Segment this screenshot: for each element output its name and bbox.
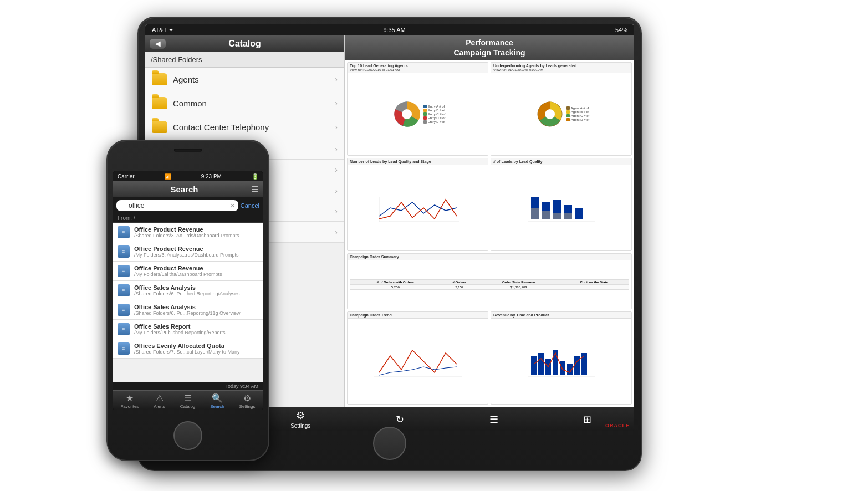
- result-item-1[interactable]: Office Product Revenue /Shared Folders/3…: [113, 223, 263, 242]
- refresh-icon: ↻: [396, 413, 404, 426]
- report-row-1: Top 10 Lead Generating AgentsView run: 0…: [347, 62, 632, 155]
- catalog-item-common[interactable]: Common ›: [145, 91, 344, 115]
- result-item-7[interactable]: Offices Evenly Allocated Quota /Shared F…: [113, 339, 263, 359]
- phone-time: 9:23 PM: [201, 173, 222, 180]
- report-title-line1: Performance: [345, 38, 634, 48]
- folder-icon: [152, 97, 167, 109]
- search-tab-icon: 🔍: [212, 393, 223, 403]
- result-item-4[interactable]: Office Sales Analysis /Shared Folders/6.…: [113, 281, 263, 300]
- phone-battery-icon: 🔋: [252, 173, 258, 180]
- chevron-icon: ›: [335, 75, 338, 84]
- search-clear-icon[interactable]: ✕: [230, 202, 235, 209]
- report-panel-title-line: Number of Leads by Lead Quality and Stag…: [348, 158, 488, 165]
- folder-icon: [152, 121, 167, 133]
- pie-chart-1: [390, 98, 423, 131]
- chevron-icon: ›: [335, 99, 338, 108]
- tab-catalog-label: Catalog: [180, 404, 196, 409]
- catalog-item-agents[interactable]: Agents ›: [145, 68, 344, 91]
- search-input-wrapper: 🔍 ✕: [116, 200, 238, 211]
- result-item-5[interactable]: Office Sales Analysis /Shared Folders/6.…: [113, 300, 263, 320]
- tablet-status-bar: AT&T ✦ 9:35 AM 54%: [145, 24, 634, 35]
- phone-nav-title: Search: [118, 185, 251, 194]
- report-panel-pie1: Top 10 Lead Generating AgentsView run: 0…: [347, 62, 488, 155]
- phone-carrier: Carrier: [118, 173, 135, 180]
- tab-alerts[interactable]: ⚠ Alerts: [154, 393, 165, 409]
- tablet-refresh-button[interactable]: ↻: [396, 413, 404, 426]
- result-title-3: Office Product Revenue: [134, 265, 258, 272]
- catalog-item-contact[interactable]: Contact Center Telephony ›: [145, 115, 344, 139]
- report-panel-title-bar: # of Leads by Lead Quality: [491, 158, 631, 165]
- report-panel-bar: # of Leads by Lead Quality: [491, 158, 632, 251]
- tablet-settings-label: Settings: [290, 423, 310, 429]
- svg-rect-14: [575, 208, 583, 219]
- result-title-5: Office Sales Analysis: [134, 304, 258, 310]
- report-panel-body-trend-bar: [491, 319, 631, 404]
- phone-search-bar: 🔍 ✕ Cancel: [113, 197, 263, 214]
- tablet-time: 9:35 AM: [383, 27, 405, 33]
- result-text-6: Office Sales Report /My Folders/Publishe…: [134, 323, 258, 335]
- phone-status-bar: Carrier 📶 9:23 PM 🔋: [113, 171, 263, 181]
- phone-from-label: From: /: [113, 214, 263, 223]
- result-path-6: /My Folders/Published Reporting/Reports: [134, 330, 258, 335]
- svg-rect-17: [531, 356, 537, 375]
- tablet-settings-button[interactable]: ⚙ Settings: [290, 410, 310, 429]
- tab-search[interactable]: 🔍 Search: [210, 393, 224, 409]
- search-input[interactable]: [116, 200, 238, 211]
- tablet-columns-button[interactable]: ⊞: [583, 413, 591, 426]
- result-path-3: /My Folders/Lalitha/Dashboard Prompts: [134, 272, 258, 277]
- report-panel-body-line: [348, 165, 488, 250]
- phone-tab-bar: ★ Favorites ⚠ Alerts ☰ Catalog 🔍 Search …: [113, 390, 263, 410]
- result-item-6[interactable]: Office Sales Report /My Folders/Publishe…: [113, 320, 263, 339]
- result-title-4: Office Sales Analysis: [134, 284, 258, 291]
- pie-chart-2: [533, 98, 566, 131]
- result-icon-4: [118, 284, 130, 296]
- report-panel-pie2: Underperforming Agents by Leads generate…: [491, 62, 632, 155]
- catalog-item-name-common: Common: [173, 99, 335, 108]
- folder-icon: [152, 73, 167, 85]
- tab-favorites[interactable]: ★ Favorites: [120, 393, 139, 409]
- result-item-3[interactable]: Office Product Revenue /My Folders/Lalit…: [113, 262, 263, 281]
- report-row-4: Campaign Order Trend: [347, 311, 632, 405]
- phone-home-button[interactable]: [173, 421, 202, 450]
- chevron-icon: ›: [335, 165, 338, 174]
- report-panel-body-summary: # of Orders with Orders# OrdersOrder Sta…: [348, 260, 631, 309]
- cancel-button[interactable]: Cancel: [241, 202, 259, 209]
- report-panel-title-1: Top 10 Lead Generating AgentsView run: 0…: [348, 63, 488, 73]
- result-icon-3: [118, 265, 130, 277]
- svg-rect-9: [542, 211, 550, 219]
- phone-wifi-icon: 📶: [165, 173, 171, 180]
- tab-catalog[interactable]: ☰ Catalog: [180, 393, 196, 409]
- chevron-icon: ›: [335, 122, 338, 131]
- report-panel-trend-line: Campaign Order Trend: [347, 311, 488, 405]
- tablet-list-button[interactable]: ☰: [489, 413, 498, 426]
- pie1-legend: Entry A # of Entry B # of Entry C # of E…: [423, 105, 446, 124]
- report-panel-body-2: Agent A # of Agent B # of Agent C # of A…: [491, 73, 631, 155]
- result-item-2[interactable]: Office Product Revenue /My Folders/3. An…: [113, 242, 263, 262]
- report-panel-body-bar: [491, 165, 631, 250]
- trend-line-chart: [374, 345, 462, 378]
- result-path-2: /My Folders/3. Analys...rds/Dashboard Pr…: [134, 252, 258, 258]
- report-panel-title-2: Underperforming Agents by Leads generate…: [491, 63, 631, 73]
- report-panel-trend-bar: Revenue by Time and Product: [491, 311, 632, 405]
- svg-point-1: [402, 109, 412, 119]
- result-title-7: Offices Evenly Allocated Quota: [134, 342, 258, 349]
- tab-settings-label: Settings: [239, 404, 256, 409]
- trend-bar-chart: [528, 345, 595, 378]
- tab-search-label: Search: [210, 404, 224, 409]
- tab-settings[interactable]: ⚙ Settings: [239, 393, 256, 409]
- chevron-icon: ›: [335, 228, 338, 237]
- catalog-header: ◀ Catalog: [145, 35, 344, 52]
- tablet-home-button[interactable]: [373, 427, 406, 460]
- report-row-3: Campaign Order Summary # of Orders with …: [347, 253, 632, 309]
- result-title-1: Office Product Revenue: [134, 226, 258, 233]
- catalog-back-button[interactable]: ◀: [150, 39, 166, 49]
- catalog-item-name-contact: Contact Center Telephony: [173, 122, 335, 132]
- catalog-item-name-agents: Agents: [173, 75, 335, 84]
- result-text-3: Office Product Revenue /My Folders/Lalit…: [134, 265, 258, 277]
- svg-rect-23: [574, 356, 580, 375]
- phone-results-list: Office Product Revenue /Shared Folders/3…: [113, 223, 263, 382]
- list-view-icon[interactable]: ☰: [251, 185, 258, 194]
- svg-point-3: [545, 109, 555, 119]
- phone-screen: Carrier 📶 9:23 PM 🔋 Search ☰ 🔍 ✕ Cancel: [113, 171, 263, 410]
- result-text-1: Office Product Revenue /Shared Folders/3…: [134, 226, 258, 238]
